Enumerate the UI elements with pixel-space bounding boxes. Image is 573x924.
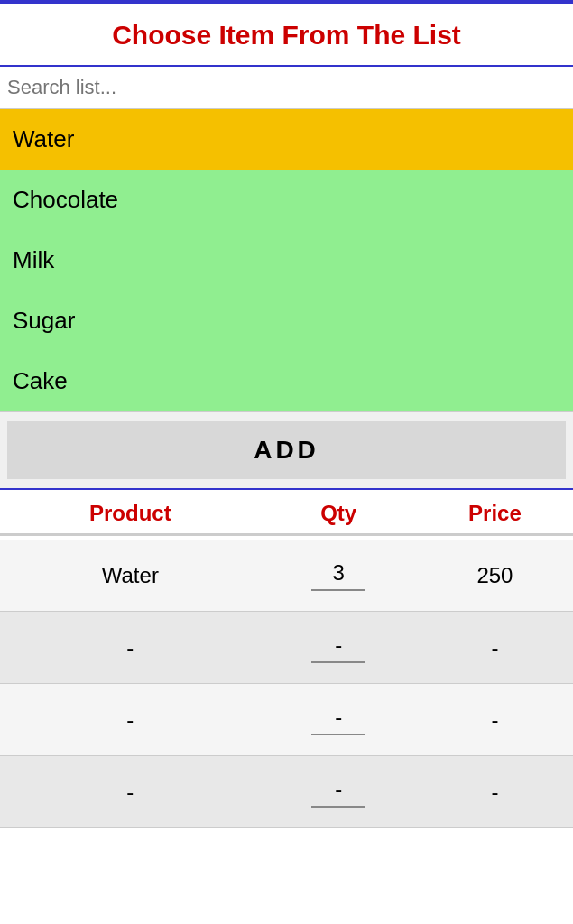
cell-product: - [0,767,261,818]
cell-price: - [417,767,573,818]
cell-product: - [0,623,261,673]
table-header: Product Qty Price [0,490,573,534]
item-list: WaterChocolateMilkSugarCake [0,109,573,411]
table-row: Water3250 [0,540,573,612]
cell-qty: 3 [311,560,365,591]
cell-price: - [417,623,573,673]
cell-product: - [0,695,261,745]
list-item[interactable]: Water [0,109,573,170]
add-button[interactable]: ADD [7,421,566,479]
page-title: Choose Item From The List [112,20,461,50]
cell-product: Water [0,550,261,601]
table-row: --- [0,756,573,828]
cell-qty: - [311,705,365,735]
header-qty: Qty [261,501,417,526]
header-price: Price [417,501,573,526]
list-item[interactable]: Sugar [0,291,573,351]
cell-price: 250 [417,550,573,601]
list-item[interactable]: Cake [0,351,573,411]
cell-price: - [417,695,573,745]
search-container [0,67,573,109]
search-input[interactable] [7,76,566,99]
table-rows: Water3250--------- [0,540,573,828]
table-row: --- [0,684,573,756]
cell-qty: - [311,777,365,808]
list-item[interactable]: Milk [0,230,573,291]
add-button-container: ADD [0,411,573,490]
cell-qty: - [311,633,365,663]
table-divider [0,534,573,536]
list-item[interactable]: Chocolate [0,170,573,230]
table-row: --- [0,612,573,684]
product-table: Product Qty Price Water3250--------- [0,490,573,828]
header-product: Product [0,501,261,526]
header: Choose Item From The List [0,4,573,67]
